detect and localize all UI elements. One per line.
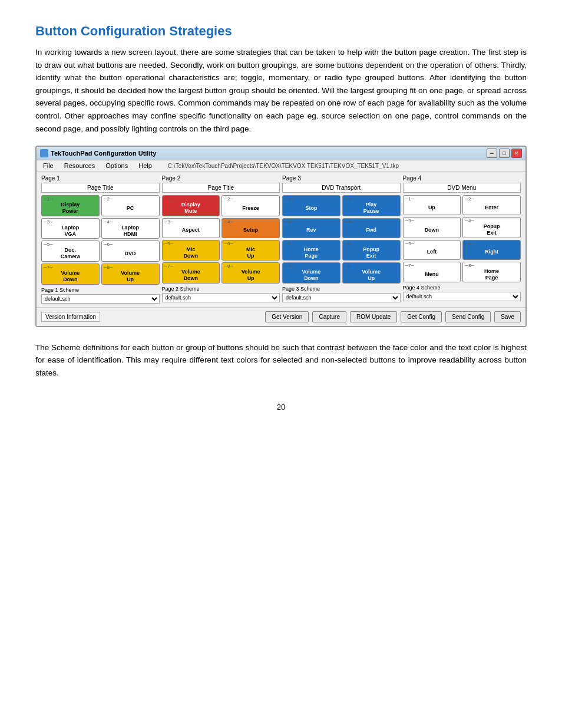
bottom-paragraph: The Scheme definitions for each button o… <box>35 341 527 380</box>
window-controls: ─ □ ✕ <box>487 149 522 158</box>
scheme-label-2: Page 2 Scheme <box>162 286 200 292</box>
minimize-button[interactable]: ─ <box>487 149 497 158</box>
btn-num-p3-5: ─5─ <box>285 242 338 246</box>
btn-label-p3-6: Popup Exit <box>345 246 398 259</box>
btn-p4-5[interactable]: ─5─Left <box>403 240 461 260</box>
btn-p2-6[interactable]: ─6─Mic Up <box>222 240 280 261</box>
btn-label-p4-5: Left <box>405 246 459 258</box>
btn-p4-4[interactable]: ─4─Popup Exit <box>462 217 521 238</box>
rom-update-button[interactable]: ROM Update <box>350 311 397 322</box>
btn-label-p2-6: Mic Up <box>224 246 277 259</box>
btn-p2-3[interactable]: ─3─Aspect <box>162 218 220 238</box>
buttons-grid-4: ─1─Up─2─Enter─3─Down─4─Popup Exit─5─Left… <box>403 195 521 282</box>
btn-label-p2-7: Volume Down <box>164 269 218 282</box>
page-number: 20 <box>35 403 527 411</box>
buttons-grid-1: ─1─Display Power─2─PC─3─Laptop VGA─4─Lap… <box>41 195 160 284</box>
save-button[interactable]: Save <box>494 311 521 322</box>
btn-p1-1[interactable]: ─1─Display Power <box>41 195 100 216</box>
menu-help[interactable]: Help <box>137 162 154 170</box>
btn-label-p4-3: Down <box>405 223 459 236</box>
version-info-label: Version Information <box>41 312 100 322</box>
scheme-row-4: Page 4 Scheme <box>403 285 521 291</box>
btn-p2-8[interactable]: ─8─Volume Up <box>222 262 280 284</box>
btn-p3-4[interactable]: ─4─Fwd <box>342 218 401 238</box>
btn-p3-2[interactable]: ─2─Play Pause <box>342 195 401 216</box>
btn-p1-7[interactable]: ─7─Volume Down <box>41 263 100 285</box>
btn-p2-1[interactable]: ─1─Display Mute <box>162 195 220 216</box>
btn-p4-1[interactable]: ─1─Up <box>403 195 461 215</box>
btn-p1-6[interactable]: ─6─DVD <box>101 241 160 262</box>
btn-num-p4-8: ─8─ <box>465 263 518 268</box>
page-label-2: Page 2 <box>162 175 280 182</box>
btn-p3-8[interactable]: ─8─Volume Up <box>342 262 401 284</box>
btn-p3-7[interactable]: ─7─Volume Down <box>282 262 340 284</box>
scheme-select-3[interactable]: default.sch <box>282 293 401 302</box>
btn-num-p4-3: ─3─ <box>405 219 459 223</box>
app-icon <box>40 149 48 157</box>
btn-p3-1[interactable]: ─1─Stop <box>282 195 340 216</box>
btn-label-p4-1: Up <box>405 202 459 213</box>
restore-button[interactable]: □ <box>499 149 510 158</box>
page-title-3: DVD Transport <box>282 183 401 193</box>
btn-num-p3-1: ─1─ <box>285 197 338 202</box>
btn-p4-8[interactable]: ─8─Home Page <box>462 262 521 283</box>
btn-label-p3-8: Volume Up <box>345 269 398 282</box>
scheme-row-1: Page 1 Scheme <box>41 287 160 293</box>
btn-label-p4-8: Home Page <box>465 268 518 281</box>
app-window: TekTouchPad Configuration Utility ─ □ ✕ … <box>35 146 527 327</box>
send-config-button[interactable]: Send Config <box>445 311 491 322</box>
get-version-button[interactable]: Get Version <box>265 311 309 322</box>
title-bar: TekTouchPad Configuration Utility ─ □ ✕ <box>37 147 525 160</box>
scheme-row-3: Page 3 Scheme <box>282 286 401 292</box>
btn-num-p2-8: ─8─ <box>224 264 277 269</box>
page-col-4: Page 4DVD Menu─1─Up─2─Enter─3─Down─4─Pop… <box>403 175 521 303</box>
btn-p4-2[interactable]: ─2─Enter <box>462 195 521 215</box>
btn-p4-6[interactable]: ─6─Right <box>462 240 521 260</box>
close-button[interactable]: ✕ <box>511 149 522 158</box>
menu-options[interactable]: Options <box>104 162 130 170</box>
menu-bar: File Resources Options Help C:\TekVox\Te… <box>37 160 525 172</box>
btn-p2-4[interactable]: ─4─Setup <box>222 218 280 238</box>
scheme-row-2: Page 2 Scheme <box>162 286 280 292</box>
bottom-bar: Version Information Get Version Capture … <box>37 307 525 326</box>
btn-p3-5[interactable]: ─5─Home Page <box>282 240 340 261</box>
scheme-select-1[interactable]: default.sch <box>41 294 160 304</box>
btn-p3-6[interactable]: ─6─Popup Exit <box>342 240 401 261</box>
capture-button[interactable]: Capture <box>312 311 346 322</box>
get-config-button[interactable]: Get Config <box>401 311 442 322</box>
btn-num-p4-5: ─5─ <box>405 242 459 246</box>
scheme-select-4[interactable]: default.sch <box>403 292 521 301</box>
page-label-1: Page 1 <box>41 175 160 182</box>
btn-num-p3-4: ─4─ <box>345 220 398 225</box>
btn-num-p2-4: ─4─ <box>224 220 277 225</box>
btn-p1-2[interactable]: ─2─PC <box>101 195 160 216</box>
btn-num-p4-4: ─4─ <box>465 219 518 223</box>
page-col-2: Page 2Page Title─1─Display Mute─2─Freeze… <box>162 175 280 303</box>
btn-p1-8[interactable]: ─8─Volume Up <box>101 263 160 285</box>
btn-p3-3[interactable]: ─3─Rev <box>282 218 340 238</box>
btn-label-p1-2: PC <box>104 202 157 215</box>
scheme-select-2[interactable]: default.sch <box>162 293 280 302</box>
btn-num-p2-5: ─5─ <box>164 242 218 246</box>
btn-p2-2[interactable]: ─2─Freeze <box>222 195 280 216</box>
menu-file[interactable]: File <box>41 162 55 170</box>
menu-resources[interactable]: Resources <box>62 162 97 170</box>
btn-p2-5[interactable]: ─5─Mic Down <box>162 240 220 261</box>
page-col-3: Page 3DVD Transport─1─Stop─2─Play Pause─… <box>282 175 401 303</box>
btn-p4-3[interactable]: ─3─Down <box>403 217 461 238</box>
btn-label-p1-3: Laptop VGA <box>44 225 97 238</box>
btn-num-p2-1: ─1─ <box>164 197 218 202</box>
btn-label-p2-5: Mic Down <box>164 246 218 259</box>
page-label-4: Page 4 <box>403 175 521 182</box>
btn-p4-7[interactable]: ─7─Menu <box>403 262 461 283</box>
btn-label-p1-8: Volume Up <box>104 270 157 283</box>
btn-p1-5[interactable]: ─5─Doc. Camera <box>41 241 100 262</box>
btn-num-p1-7: ─7─ <box>44 265 97 270</box>
btn-num-p3-2: ─2─ <box>345 197 398 202</box>
btn-p1-3[interactable]: ─3─Laptop VGA <box>41 218 100 239</box>
btn-p1-4[interactable]: ─4─Laptop HDMI <box>101 218 160 239</box>
btn-label-p1-7: Volume Down <box>44 270 97 283</box>
btn-num-p4-2: ─2─ <box>465 197 518 202</box>
page-title-2: Page Title <box>162 183 280 193</box>
btn-p2-7[interactable]: ─7─Volume Down <box>162 262 220 284</box>
